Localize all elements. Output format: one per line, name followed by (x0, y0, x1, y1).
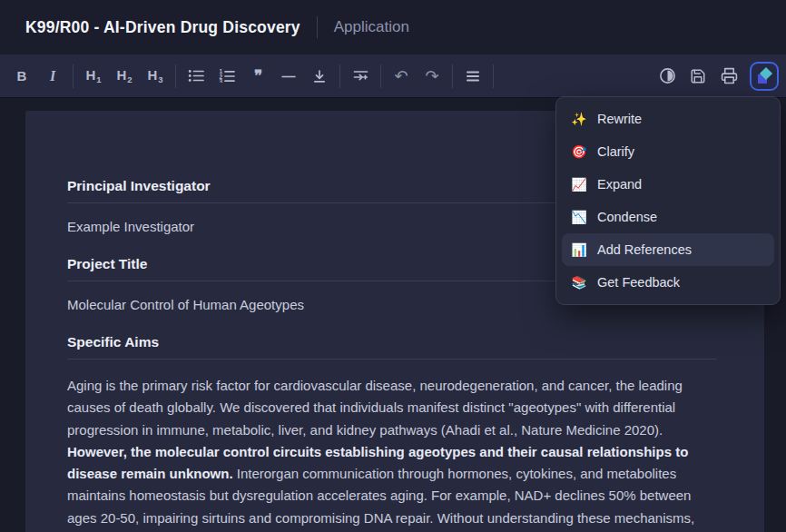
print-button[interactable] (713, 62, 744, 91)
save-icon (690, 68, 706, 84)
blockquote-icon: ❞ (254, 66, 261, 85)
justify-menu-button[interactable] (457, 62, 488, 91)
toolbar-divider (175, 64, 176, 88)
toolbar-divider (493, 64, 494, 88)
header: K99/R00 - AI-Driven Drug Discovery Appli… (0, 0, 786, 54)
print-icon (721, 67, 738, 84)
menu-item-condense[interactable]: 📉 Condense (562, 201, 774, 233)
save-button[interactable] (683, 62, 713, 91)
ordered-list-icon: 123 (219, 69, 235, 83)
books-icon: 📚 (571, 275, 587, 290)
menu-item-label: Clarify (597, 144, 634, 159)
ai-actions-menu: ✨ Rewrite 🎯 Clarify 📈 Expand 📉 Condense … (555, 96, 781, 305)
heading-3-icon: H3 (147, 67, 162, 84)
toolbar-divider (73, 64, 74, 88)
bullet-list-button[interactable] (181, 62, 211, 91)
menu-item-label: Get Feedback (597, 275, 680, 290)
specific-aims-text[interactable]: Aging is the primary risk factor for car… (67, 375, 717, 532)
ai-logo-icon (757, 69, 771, 84)
blockquote-button[interactable]: ❞ (242, 62, 273, 91)
editor-toolbar: B I H1 H2 H3 123 ❞ — ↶ ↷ (0, 54, 786, 98)
header-divider (317, 16, 318, 38)
download-button[interactable] (304, 62, 335, 91)
ordered-list-button[interactable]: 123 (211, 62, 242, 91)
menu-item-get-feedback[interactable]: 📚 Get Feedback (562, 266, 774, 299)
bold-button[interactable]: B (6, 62, 37, 91)
menu-item-label: Expand (597, 177, 642, 192)
redo-button[interactable]: ↷ (417, 62, 447, 91)
bullet-list-icon (188, 69, 204, 83)
menu-item-label: Add References (597, 242, 692, 257)
download-icon (312, 69, 327, 84)
ai-assistant-button[interactable] (750, 62, 779, 91)
target-icon: 🎯 (571, 144, 587, 159)
chart-increasing-icon: 📈 (571, 177, 587, 192)
field-specific-aims: Specific Aims Aging is the primary risk … (67, 334, 717, 532)
sparkles-icon: ✨ (571, 112, 587, 126)
menu-item-label: Condense (597, 210, 657, 224)
horizontal-rule-icon: — (282, 68, 296, 84)
bold-icon: B (17, 68, 27, 84)
horizontal-rule-button[interactable]: — (273, 62, 304, 91)
heading-3-button[interactable]: H3 (140, 62, 171, 91)
redo-icon: ↷ (425, 68, 438, 84)
editor-content-area: Principal Investigator Example Investiga… (0, 98, 786, 532)
menu-item-label: Rewrite (597, 112, 642, 126)
toolbar-divider (452, 64, 453, 88)
menu-item-add-references[interactable]: 📊 Add References (562, 233, 774, 266)
contrast-icon (659, 67, 676, 84)
bar-chart-icon: 📊 (571, 242, 587, 257)
italic-icon: I (50, 68, 55, 84)
undo-button[interactable]: ↶ (386, 62, 417, 91)
justify-icon (466, 70, 480, 83)
aims-segment: Aging is the primary risk factor for car… (67, 378, 683, 438)
menu-item-rewrite[interactable]: ✨ Rewrite (562, 103, 774, 135)
menu-item-expand[interactable]: 📈 Expand (562, 168, 774, 201)
undo-icon: ↶ (394, 68, 408, 84)
toolbar-divider (339, 64, 340, 88)
tab-application[interactable]: Application (334, 18, 409, 36)
hard-break-button[interactable] (345, 62, 376, 91)
toolbar-divider (380, 64, 381, 88)
field-label: Specific Aims (67, 334, 717, 360)
contrast-button[interactable] (652, 62, 683, 91)
heading-1-icon: H1 (85, 67, 101, 84)
svg-text:3: 3 (220, 78, 223, 84)
hard-break-icon (353, 69, 368, 83)
heading-1-button[interactable]: H1 (78, 62, 109, 91)
page-title: K99/R00 - AI-Driven Drug Discovery (25, 18, 300, 37)
italic-button[interactable]: I (37, 62, 68, 91)
heading-2-icon: H2 (116, 67, 132, 84)
chart-decreasing-icon: 📉 (571, 210, 587, 224)
menu-item-clarify[interactable]: 🎯 Clarify (562, 135, 774, 168)
heading-2-button[interactable]: H2 (109, 62, 140, 91)
